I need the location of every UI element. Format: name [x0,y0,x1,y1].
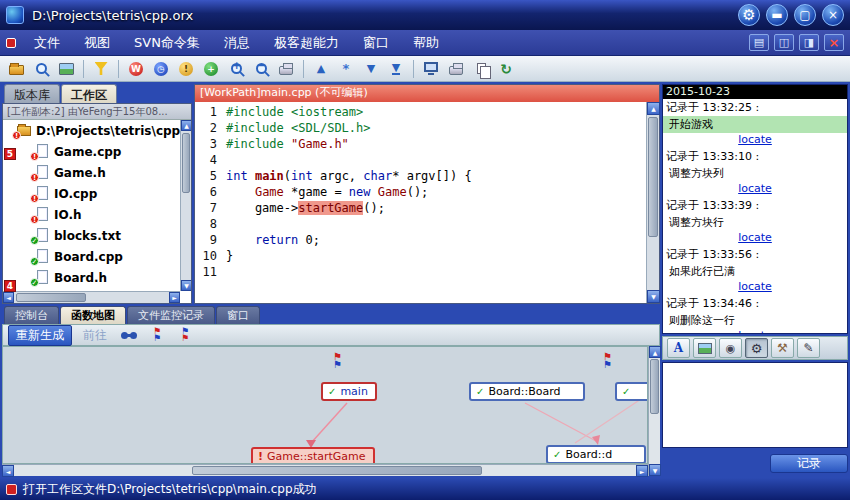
print-button[interactable] [275,58,297,80]
regenerate-button[interactable]: 重新生成 [8,325,72,346]
log-locate-link[interactable]: locate [663,280,847,295]
flow-node-partial[interactable]: ✓ [615,382,648,401]
print-preview-button[interactable] [445,58,467,80]
scroll-thumb[interactable] [192,466,482,475]
map-horizontal-scrollbar[interactable]: ◄ ► [2,464,648,476]
menu-view[interactable]: 视图 [72,30,122,56]
scroll-down-icon[interactable]: ▼ [647,290,660,303]
menu-svn-commands[interactable]: SVN命令集 [122,30,212,56]
scroll-down-icon[interactable]: ▼ [649,464,661,476]
status-warn-button[interactable]: ! [175,58,197,80]
open-folder-icon [9,65,24,75]
log-locate-link[interactable]: locate [663,231,847,246]
menu-help[interactable]: 帮助 [401,30,451,56]
find-in-map-button[interactable] [118,324,140,346]
scroll-right-icon[interactable]: ► [636,465,648,477]
scroll-thumb[interactable] [182,133,190,193]
status-add-button[interactable]: + [200,58,222,80]
text-tool-button[interactable]: A [667,338,690,358]
menu-window[interactable]: 窗口 [351,30,401,56]
tree-item[interactable]: ! Game.h [3,162,180,183]
scroll-right-icon[interactable]: ► [169,292,180,303]
tab-window[interactable]: 窗口 [216,306,260,324]
toggle-left-panel-icon[interactable]: ▤ [749,34,769,51]
close-document-icon[interactable]: × [824,34,844,51]
edit-tool-button[interactable]: ✎ [797,338,820,358]
go-down-button[interactable]: ▼ [360,58,382,80]
note-input-area[interactable] [662,362,848,448]
tab-function-map[interactable]: 函数地图 [60,306,126,324]
open-workspace-button[interactable] [5,58,27,80]
map-canvas[interactable]: ⚑⚑ ⚑⚑ ✓ main ✓ Board::Board ✓ ! Game::st… [2,346,648,464]
maximize-button[interactable]: ▢ [794,4,816,26]
capture-tool-button[interactable]: ◉ [719,338,742,358]
tree-item[interactable]: ! IO.h [3,204,180,225]
tab-repository[interactable]: 版本库 [4,84,60,103]
status-time-button[interactable]: ◷ [150,58,172,80]
file-name: IO.cpp [54,187,97,201]
scroll-left-icon[interactable]: ◄ [2,465,14,477]
filter-button[interactable] [90,58,112,80]
code-lines[interactable]: 1#include <iostream>2#include <SDL/SDL.h… [195,102,646,303]
scroll-thumb[interactable] [16,293,86,302]
go-bottom-button[interactable]: ▼ [385,58,407,80]
scroll-down-icon[interactable]: ▼ [181,280,192,291]
scroll-up-icon[interactable]: ▲ [647,102,660,115]
minimize-button[interactable]: ▬ [766,4,788,26]
tree-horizontal-scrollbar[interactable]: ◄ ► [3,291,180,303]
menu-geek-power[interactable]: 极客超能力 [262,30,351,56]
log-locate-link[interactable]: locate [663,329,847,334]
toggle-right-panel-icon[interactable]: ◨ [799,34,819,51]
printer-icon [449,66,463,75]
map-vertical-scrollbar[interactable]: ▲ ▼ [648,346,660,476]
goto-button[interactable]: 前往 [78,326,112,345]
tab-workspace[interactable]: 工作区 [61,84,117,103]
tree-item[interactable]: ! Game.cpp [3,141,180,162]
image-tool-button[interactable] [693,338,716,358]
copy-pages-button[interactable] [470,58,492,80]
flow-node-main[interactable]: ✓ main [321,382,377,401]
yellow-ball-icon: ! [179,62,193,76]
tree-vertical-scrollbar[interactable]: ▲ ▼ [180,120,191,291]
zoom-out-button[interactable]: − [250,58,272,80]
tab-console[interactable]: 控制台 [4,306,59,324]
modified-badge-icon: ! [30,215,39,224]
close-button[interactable]: × [822,4,844,26]
refresh-button[interactable]: ↻ [495,58,517,80]
image-view-button[interactable] [55,58,77,80]
record-button[interactable]: 记录 [770,454,848,473]
flow-node-board-partial[interactable]: ✓ Board::d [546,445,646,464]
zoom-in-button[interactable]: + [225,58,247,80]
tree-item[interactable]: ✓ Board.h [3,267,180,288]
tab-file-monitor-log[interactable]: 文件监控记录 [127,306,215,324]
scroll-thumb[interactable] [650,359,659,414]
go-up-button[interactable]: ▲ [310,58,332,80]
scroll-thumb[interactable] [648,117,658,237]
up-arrow-icon: ▲ [317,63,325,74]
tree-item[interactable]: ✓ Board.cpp [3,246,180,267]
scroll-up-icon[interactable]: ▲ [649,346,661,358]
flag-marker-button[interactable]: ⚑⚑ [146,324,168,346]
menu-messages[interactable]: 消息 [212,30,262,56]
flag-filter-button[interactable]: ⚑⚑ [174,324,196,346]
tree-item[interactable]: ! IO.cpp [3,183,180,204]
settings-gear-button[interactable]: ⚙ [738,4,760,26]
toggle-bottom-panel-icon[interactable]: ◫ [774,34,794,51]
menu-file[interactable]: 文件 [22,30,72,56]
scroll-up-icon[interactable]: ▲ [181,120,192,131]
log-locate-link[interactable]: locate [663,133,847,148]
status-w-button[interactable]: W [125,58,147,80]
scroll-left-icon[interactable]: ◄ [3,292,14,303]
search-button[interactable] [30,58,52,80]
tree-item-root[interactable]: ! D:\Projects\tetris\cpp [3,120,180,141]
tools-button[interactable]: ⚒ [771,338,794,358]
freeze-button[interactable]: * [335,58,357,80]
search-icon [36,63,47,74]
settings-tool-button[interactable]: ⚙ [745,338,768,358]
tree-item[interactable]: ✓ blocks.txt [3,225,180,246]
monitor-button[interactable] [420,58,442,80]
flow-node-board-board[interactable]: ✓ Board::Board [469,382,585,401]
flow-node-startgame[interactable]: ! Game::startGame [251,447,375,464]
log-locate-link[interactable]: locate [663,182,847,197]
editor-vertical-scrollbar[interactable]: ▲ ▼ [646,102,659,303]
